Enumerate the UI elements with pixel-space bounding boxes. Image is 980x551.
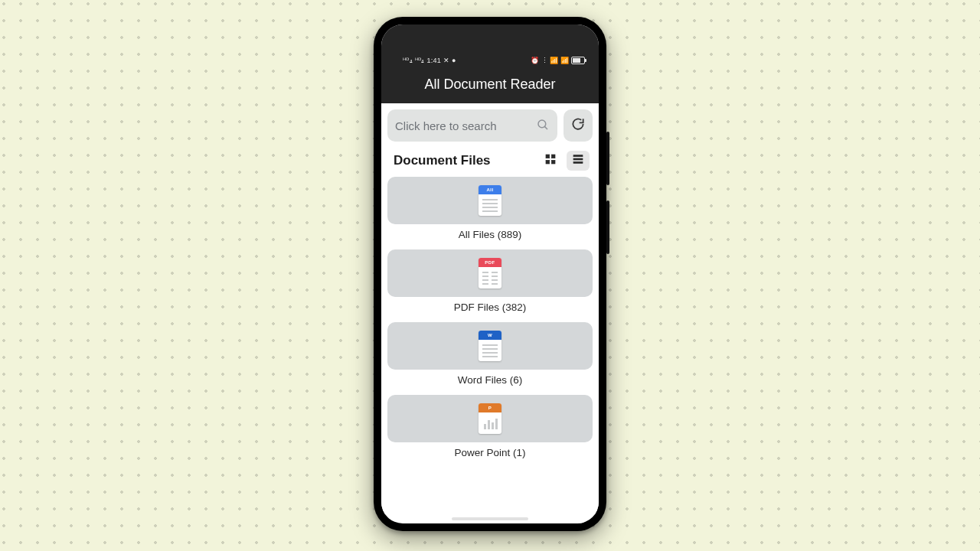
file-type-tab: P — [479, 403, 501, 412]
list-view-button[interactable] — [567, 151, 590, 171]
category-label: All Files (889) — [459, 229, 522, 246]
file-type-tab: PDF — [479, 258, 501, 267]
category-item[interactable]: PDFPDF Files (382) — [387, 249, 593, 319]
svg-rect-2 — [546, 155, 550, 158]
status-indicators-icon: ⏰ ⋮ 📶 📶 — [531, 57, 569, 64]
status-left: ᴴᴰ₄ ᴴᴰ₄ 1:41 ✕ ● — [403, 57, 456, 64]
battery-icon — [571, 57, 585, 64]
status-right: ⏰ ⋮ 📶 📶 — [531, 57, 585, 64]
category-tile: All — [387, 177, 593, 224]
category-label: Power Point (1) — [454, 447, 525, 465]
search-placeholder: Click here to search — [395, 119, 536, 132]
svg-point-0 — [538, 120, 546, 128]
phone-screen: ᴴᴰ₄ ᴴᴰ₄ 1:41 ✕ ● ⏰ ⋮ 📶 📶 All Document Re… — [381, 24, 599, 523]
category-tile: PDF — [387, 249, 593, 297]
svg-rect-8 — [573, 161, 583, 163]
refresh-button[interactable] — [564, 109, 593, 142]
section-title: Document Files — [390, 153, 539, 168]
list-icon — [572, 153, 584, 168]
nav-handle — [381, 514, 599, 523]
grid-icon — [544, 153, 557, 168]
svg-rect-3 — [551, 155, 555, 158]
status-bar: ᴴᴰ₄ ᴴᴰ₄ 1:41 ✕ ● ⏰ ⋮ 📶 📶 — [381, 24, 599, 70]
category-item[interactable]: AllAll Files (889) — [387, 177, 593, 246]
category-item[interactable]: WWord Files (6) — [387, 322, 593, 392]
search-row: Click here to search — [387, 109, 593, 142]
svg-rect-7 — [573, 158, 583, 160]
category-item[interactable]: PPower Point (1) — [387, 395, 593, 465]
app-title-bar: All Document Reader — [381, 70, 599, 103]
app-title: All Document Reader — [381, 77, 599, 93]
svg-line-1 — [544, 126, 547, 129]
refresh-icon — [570, 116, 586, 135]
search-input[interactable]: Click here to search — [387, 109, 557, 142]
category-tile: W — [387, 322, 593, 370]
file-type-icon: P — [479, 403, 501, 434]
svg-rect-4 — [546, 160, 550, 164]
background: ᴴᴰ₄ ᴴᴰ₄ 1:41 ✕ ● ⏰ ⋮ 📶 📶 All Document Re… — [0, 0, 980, 551]
file-type-tab: W — [479, 331, 501, 340]
grid-view-button[interactable] — [539, 151, 562, 171]
search-icon — [536, 118, 550, 134]
category-label: Word Files (6) — [458, 374, 523, 392]
file-type-icon: All — [479, 185, 501, 216]
phone-frame: ᴴᴰ₄ ᴴᴰ₄ 1:41 ✕ ● ⏰ ⋮ 📶 📶 All Document Re… — [374, 17, 606, 531]
svg-rect-6 — [573, 155, 583, 157]
category-label: PDF Files (382) — [454, 302, 527, 319]
file-type-icon: PDF — [479, 258, 501, 289]
section-header: Document Files — [387, 148, 593, 171]
view-toggle — [539, 151, 590, 171]
category-tile: P — [387, 395, 593, 442]
svg-rect-5 — [551, 160, 555, 164]
file-type-tab: All — [479, 185, 501, 194]
status-time: 1:41 — [426, 57, 441, 64]
file-type-icon: W — [479, 331, 501, 361]
status-extra-icon: ✕ ● — [443, 57, 456, 64]
app-content: Click here to search Document Files — [381, 103, 599, 514]
category-list: AllAll Files (889)PDFPDF Files (382)WWor… — [387, 177, 593, 465]
signal-icon: ᴴᴰ₄ ᴴᴰ₄ — [403, 57, 425, 64]
